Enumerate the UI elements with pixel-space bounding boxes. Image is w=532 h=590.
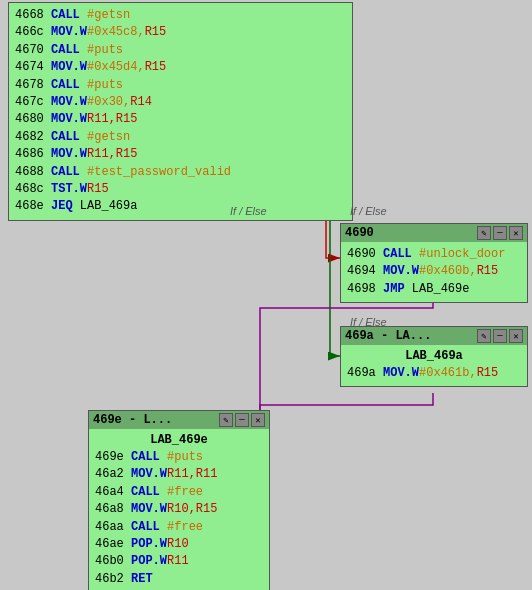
block-469e-icons: ✎ ─ ✕: [219, 413, 265, 427]
close-icon-3[interactable]: ✕: [251, 413, 265, 427]
block-469a-label: LAB_469a: [347, 349, 521, 363]
edit-icon-3[interactable]: ✎: [219, 413, 233, 427]
block-469e-header: 469e - L... ✎ ─ ✕: [89, 411, 269, 429]
block-4690: 4690 ✎ ─ ✕ 4690 CALL #unlock_door 4694 M…: [340, 223, 528, 303]
block-469e-label: LAB_469e: [95, 433, 263, 447]
if-else-label-1: If / Else: [230, 205, 267, 217]
block-469a-header: 469a - LA... ✎ ─ ✕: [341, 327, 527, 345]
close-icon[interactable]: ✕: [509, 226, 523, 240]
close-icon-2[interactable]: ✕: [509, 329, 523, 343]
minimize-icon-3[interactable]: ─: [235, 413, 249, 427]
block-469a: 469a - LA... ✎ ─ ✕ LAB_469a 469a MOV.W#0…: [340, 326, 528, 387]
block-469e-title: 469e - L...: [93, 413, 172, 427]
block-4690-header: 4690 ✎ ─ ✕: [341, 224, 527, 242]
main-block: 4668 CALL #getsn 466c MOV.W#0x45c8,R15 4…: [8, 2, 353, 221]
if-else-label-2: If / Else: [350, 205, 387, 217]
block-4690-icons: ✎ ─ ✕: [477, 226, 523, 240]
block-469e: 469e - L... ✎ ─ ✕ LAB_469e 469e CALL #pu…: [88, 410, 270, 590]
block-469a-title: 469a - LA...: [345, 329, 431, 343]
minimize-icon[interactable]: ─: [493, 226, 507, 240]
minimize-icon-2[interactable]: ─: [493, 329, 507, 343]
block-469a-icons: ✎ ─ ✕: [477, 329, 523, 343]
block-4690-title: 4690: [345, 226, 374, 240]
edit-icon[interactable]: ✎: [477, 226, 491, 240]
edit-icon-2[interactable]: ✎: [477, 329, 491, 343]
